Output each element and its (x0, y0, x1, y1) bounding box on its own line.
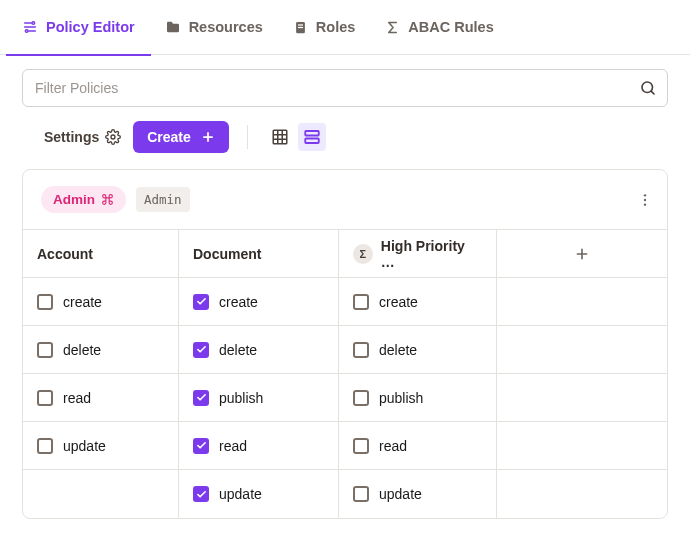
permission-label: update (219, 486, 262, 502)
permissions-table: Account Document Σ High Priority … creat… (23, 229, 667, 518)
permission-checkbox[interactable] (37, 390, 53, 406)
toolbar-divider (247, 125, 248, 149)
svg-point-12 (644, 203, 646, 205)
column-label: Account (37, 246, 93, 262)
permission-checkbox[interactable] (37, 342, 53, 358)
svg-point-0 (32, 22, 35, 25)
permission-checkbox[interactable] (193, 342, 209, 358)
create-label: Create (147, 129, 191, 145)
grid-icon (271, 128, 289, 146)
permission-checkbox[interactable] (353, 390, 369, 406)
permission-cell: create (179, 278, 339, 326)
permission-label: read (63, 390, 91, 406)
role-card: Admin Admin Account Document Σ High Prio… (22, 169, 668, 519)
permission-label: update (63, 438, 106, 454)
tab-label: Roles (316, 19, 356, 35)
svg-point-11 (644, 198, 646, 200)
permission-cell (23, 470, 179, 518)
tab-resources[interactable]: Resources (165, 0, 263, 55)
settings-button[interactable]: Settings (44, 129, 121, 145)
empty-cell (497, 374, 667, 422)
tab-policy-editor[interactable]: Policy Editor (22, 0, 135, 55)
permission-label: publish (219, 390, 263, 406)
add-column-button[interactable] (497, 230, 667, 278)
table-row: updateupdate (23, 470, 667, 518)
card-header: Admin Admin (23, 170, 667, 229)
tab-abac-rules[interactable]: ABAC Rules (385, 0, 493, 55)
role-chip[interactable]: Admin (41, 186, 126, 213)
permission-label: create (379, 294, 418, 310)
permission-cell: update (339, 470, 497, 518)
permission-label: delete (379, 342, 417, 358)
table-body: createcreatecreatedeletedeletedeleteread… (23, 278, 667, 518)
permission-checkbox[interactable] (353, 486, 369, 502)
plus-icon (201, 130, 215, 144)
tab-label: Resources (189, 19, 263, 35)
sigma-icon (385, 20, 400, 35)
settings-label: Settings (44, 129, 99, 145)
view-list-button[interactable] (298, 123, 326, 151)
table-row: deletedeletedelete (23, 326, 667, 374)
table-row: createcreatecreate (23, 278, 667, 326)
permission-cell: read (179, 422, 339, 470)
table-row: updatereadread (23, 422, 667, 470)
column-header[interactable]: Account (23, 230, 179, 278)
view-grid-button[interactable] (266, 123, 294, 151)
sigma-badge-icon: Σ (353, 244, 373, 264)
search-row (0, 55, 690, 107)
table-header-row: Account Document Σ High Priority … (23, 230, 667, 278)
empty-cell (497, 326, 667, 374)
permission-cell: delete (339, 326, 497, 374)
permission-checkbox[interactable] (353, 294, 369, 310)
permission-checkbox[interactable] (193, 390, 209, 406)
permission-label: create (63, 294, 102, 310)
svg-point-10 (644, 194, 646, 196)
svg-rect-3 (298, 24, 303, 25)
permission-cell: delete (179, 326, 339, 374)
permission-checkbox[interactable] (193, 486, 209, 502)
search-input[interactable] (33, 79, 639, 97)
list-icon (303, 128, 321, 146)
tab-label: ABAC Rules (408, 19, 493, 35)
permission-checkbox[interactable] (37, 294, 53, 310)
column-label: High Priority … (381, 238, 482, 270)
permission-checkbox[interactable] (353, 438, 369, 454)
permission-checkbox[interactable] (193, 294, 209, 310)
toolbar: Settings Create (0, 107, 690, 153)
svg-point-6 (111, 135, 115, 139)
column-header[interactable]: Document (179, 230, 339, 278)
svg-point-1 (25, 30, 28, 33)
roles-icon (293, 20, 308, 35)
tab-label: Policy Editor (46, 19, 135, 35)
permission-cell: publish (339, 374, 497, 422)
permission-label: update (379, 486, 422, 502)
svg-rect-7 (273, 130, 287, 144)
permission-label: delete (63, 342, 101, 358)
create-button[interactable]: Create (133, 121, 229, 153)
search-icon (639, 79, 657, 97)
permission-cell: create (339, 278, 497, 326)
svg-rect-4 (298, 26, 303, 27)
svg-rect-8 (305, 131, 319, 136)
permission-label: read (219, 438, 247, 454)
empty-cell (497, 470, 667, 518)
tab-roles[interactable]: Roles (293, 0, 356, 55)
permission-checkbox[interactable] (353, 342, 369, 358)
kebab-menu-icon[interactable] (637, 192, 653, 208)
tabs-bar: Policy Editor Resources Roles ABAC Rules (0, 0, 690, 55)
command-icon (101, 193, 114, 206)
folder-icon (165, 19, 181, 35)
permission-checkbox[interactable] (193, 438, 209, 454)
permission-label: delete (219, 342, 257, 358)
permission-cell: read (23, 374, 179, 422)
empty-cell (497, 278, 667, 326)
empty-cell (497, 422, 667, 470)
view-toggle (266, 123, 326, 151)
permission-label: publish (379, 390, 423, 406)
permission-cell: publish (179, 374, 339, 422)
column-header-derived[interactable]: Σ High Priority … (339, 230, 497, 278)
column-label: Document (193, 246, 261, 262)
permission-checkbox[interactable] (37, 438, 53, 454)
role-chip-label: Admin (53, 192, 95, 207)
search-box[interactable] (22, 69, 668, 107)
